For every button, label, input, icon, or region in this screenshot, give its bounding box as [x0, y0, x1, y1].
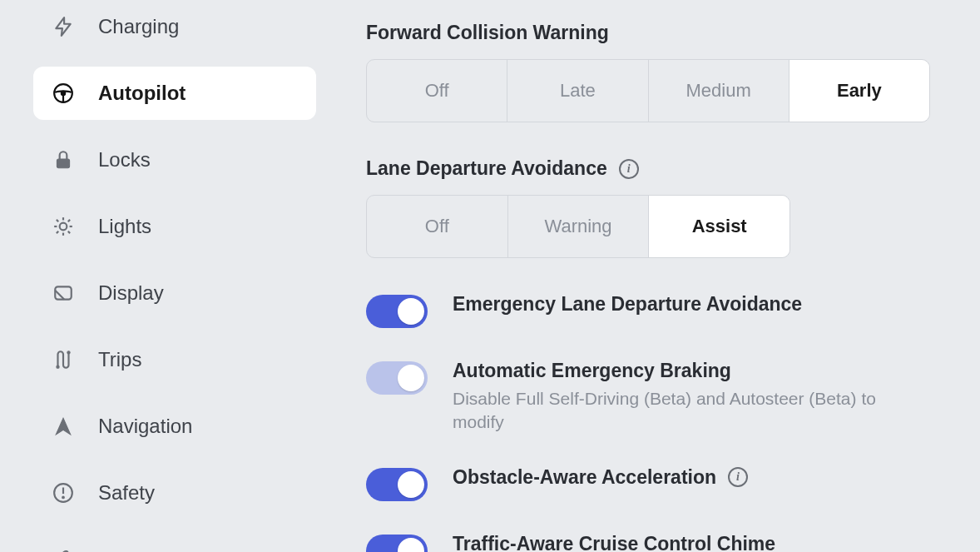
info-icon[interactable]: i	[619, 159, 639, 179]
sidebar-item-display[interactable]: Display	[33, 266, 316, 320]
sun-icon	[52, 215, 75, 238]
sidebar-item-label: Service	[98, 548, 165, 552]
sidebar-item-lights[interactable]: Lights	[33, 200, 316, 253]
sidebar-item-safety[interactable]: Safety	[33, 466, 316, 520]
aeb-toggle	[366, 361, 428, 395]
fcw-option-off[interactable]: Off	[367, 60, 507, 122]
trips-icon	[52, 348, 75, 371]
fcw-option-medium[interactable]: Medium	[649, 60, 789, 122]
sidebar-item-label: Charging	[98, 15, 179, 38]
lda-option-off[interactable]: Off	[367, 196, 508, 257]
svg-point-15	[67, 351, 70, 354]
oaa-label-text: Obstacle-Aware Acceleration	[453, 466, 716, 489]
svg-point-18	[62, 496, 65, 499]
sidebar-item-trips[interactable]: Trips	[33, 333, 316, 386]
sidebar-item-locks[interactable]: Locks	[33, 133, 316, 186]
sidebar-item-service[interactable]: Service	[33, 533, 316, 552]
info-icon[interactable]: i	[728, 467, 748, 487]
display-icon	[52, 281, 75, 305]
tacc-toggle[interactable]	[366, 535, 428, 552]
sidebar-item-charging[interactable]: Charging	[33, 0, 316, 53]
sidebar-item-label: Navigation	[98, 415, 192, 438]
settings-panel: Forward Collision Warning Off Late Mediu…	[333, 0, 980, 552]
steering-icon	[52, 82, 75, 105]
svg-rect-2	[57, 159, 69, 168]
sidebar-item-label: Display	[98, 281, 164, 305]
lock-icon	[52, 148, 75, 172]
sidebar-item-label: Locks	[98, 148, 151, 172]
aeb-row: Automatic Emergency Braking Disable Full…	[366, 360, 930, 435]
sidebar-item-autopilot[interactable]: Autopilot	[33, 67, 316, 120]
sidebar-item-navigation[interactable]: Navigation	[33, 400, 316, 453]
lda-title: Lane Departure Avoidance i	[366, 157, 930, 180]
sidebar: Charging Autopilot Locks Lights Display …	[0, 0, 333, 552]
bolt-icon	[52, 15, 75, 38]
sidebar-item-label: Autopilot	[98, 82, 186, 105]
svg-line-10	[57, 231, 58, 233]
elda-toggle[interactable]	[366, 295, 428, 328]
lda-option-assist[interactable]: Assist	[649, 196, 789, 257]
svg-line-11	[68, 220, 70, 221]
svg-point-3	[60, 223, 67, 231]
fcw-title-text: Forward Collision Warning	[366, 22, 609, 44]
tacc-label: Traffic-Aware Cruise Control Chime	[453, 533, 930, 552]
oaa-toggle[interactable]	[366, 468, 428, 501]
tacc-row: Traffic-Aware Cruise Control Chime	[366, 533, 930, 552]
sidebar-item-label: Lights	[98, 215, 151, 238]
nav-icon	[52, 415, 75, 438]
oaa-label: Obstacle-Aware Acceleration i	[453, 466, 930, 489]
fcw-segmented: Off Late Medium Early	[366, 59, 930, 122]
fcw-title: Forward Collision Warning	[366, 22, 930, 44]
lda-title-text: Lane Departure Avoidance	[366, 157, 607, 180]
elda-row: Emergency Lane Departure Avoidance	[366, 293, 930, 328]
alert-icon	[52, 481, 75, 505]
svg-line-8	[57, 220, 58, 221]
wrench-icon	[52, 548, 75, 552]
svg-point-14	[57, 366, 59, 368]
lda-segmented: Off Warning Assist	[366, 195, 790, 258]
lda-option-warning[interactable]: Warning	[508, 196, 650, 257]
fcw-option-early[interactable]: Early	[789, 60, 929, 122]
sidebar-item-label: Trips	[98, 348, 141, 371]
elda-label: Emergency Lane Departure Avoidance	[453, 293, 930, 316]
svg-line-9	[68, 231, 70, 233]
sidebar-item-label: Safety	[98, 481, 155, 505]
aeb-label: Automatic Emergency Braking	[453, 360, 930, 382]
aeb-sublabel: Disable Full Self-Driving (Beta) and Aut…	[453, 387, 930, 435]
oaa-row: Obstacle-Aware Acceleration i	[366, 466, 930, 501]
fcw-option-late[interactable]: Late	[507, 60, 648, 122]
